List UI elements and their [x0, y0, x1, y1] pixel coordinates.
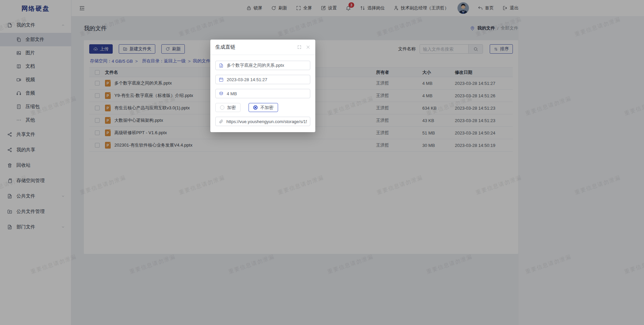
modified-date-value: 2023-03-28 14:51:27 — [227, 77, 267, 82]
no-encrypt-radio[interactable]: 不加密 — [249, 103, 278, 112]
file-size-field[interactable]: 4 MB — [215, 89, 310, 98]
modal-body: 多个数字底座之间的关系.pptx 2023-03-28 14:51:27 4 M… — [210, 55, 315, 132]
file-icon — [219, 63, 224, 68]
modal-title: 生成直链 — [215, 44, 235, 50]
expand-icon[interactable] — [297, 45, 302, 49]
no-encrypt-label: 不加密 — [260, 105, 273, 111]
modified-date-field[interactable]: 2023-03-28 14:51:27 — [215, 75, 310, 84]
file-size-value: 4 MB — [227, 91, 237, 96]
modal-backdrop[interactable] — [0, 0, 644, 325]
radio-circle — [220, 105, 224, 110]
database-icon — [219, 91, 224, 96]
paperclip-icon — [219, 119, 223, 124]
encrypt-radio[interactable]: 加密 — [215, 103, 240, 112]
modal-header: 生成直链 — [210, 40, 315, 55]
close-icon[interactable] — [306, 45, 310, 49]
filename-value: 多个数字底座之间的关系.pptx — [227, 62, 284, 68]
filename-field[interactable]: 多个数字底座之间的关系.pptx — [215, 61, 310, 70]
generate-direct-link-modal: 生成直链 多个数字底座之间的关系.pptx 2023-03-28 14:51:2… — [210, 40, 315, 132]
calendar-icon — [219, 77, 224, 82]
encryption-options: 加密 不加密 — [215, 103, 310, 112]
encrypt-label: 加密 — [227, 105, 236, 111]
direct-link-value: https://vue.youshengyun.com/storage/s/15… — [226, 119, 307, 124]
radio-circle-selected — [253, 105, 258, 110]
direct-link-field[interactable]: https://vue.youshengyun.com/storage/s/15… — [215, 117, 310, 126]
